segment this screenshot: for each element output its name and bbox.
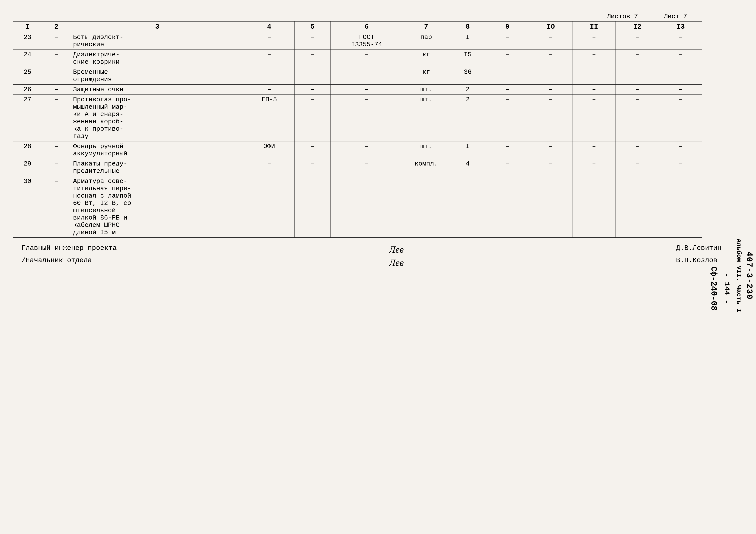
cell-5-7: I [450, 141, 486, 159]
cell-7-2: Арматура осве-тительная пере-носная с ла… [71, 176, 244, 238]
cell-3-10: – [572, 85, 615, 95]
cell-1-4: – [294, 50, 331, 67]
cell-7-9 [529, 176, 572, 238]
page: Листов 7 Лист 7 I 2 3 4 5 6 7 8 9 IO II … [0, 0, 756, 534]
cell-6-5: – [331, 159, 403, 176]
cell-4-0: 27 [13, 95, 42, 141]
cell-1-6: кг [403, 50, 450, 67]
col-header-5: 5 [294, 21, 331, 32]
cell-0-11: – [615, 32, 659, 50]
cell-2-3: – [244, 67, 294, 85]
col-header-2: 2 [42, 21, 71, 32]
cell-2-5: – [331, 67, 403, 85]
cell-7-5 [331, 176, 403, 238]
cell-1-3: – [244, 50, 294, 67]
cell-6-7: 4 [450, 159, 486, 176]
cell-5-2: Фонарь ручнойаккумуляторный [71, 141, 244, 159]
cell-2-4: – [294, 67, 331, 85]
cell-3-6: шт. [403, 85, 450, 95]
cell-4-3: ГП-5 [244, 95, 294, 141]
cell-2-8: – [486, 67, 529, 85]
cell-7-10 [572, 176, 615, 238]
side-labels: 407-3-230 Альбом VII. Часть I - 144 - Сф… [709, 0, 754, 534]
cell-5-11: – [615, 141, 659, 159]
cell-1-5: – [331, 50, 403, 67]
cell-3-1: – [42, 85, 71, 95]
cell-0-10: – [572, 32, 615, 50]
table-row: 29–Плакаты преду-предительные–––компл.4–… [13, 159, 702, 176]
cell-2-6: кг [403, 67, 450, 85]
album-code: 407-3-230 [744, 252, 754, 300]
cell-5-8: – [486, 141, 529, 159]
cell-3-9: – [529, 85, 572, 95]
col-header-3: 3 [71, 21, 244, 32]
col-header-1: I [13, 21, 42, 32]
sig-script2: Лев [389, 257, 404, 268]
cell-6-12: – [659, 159, 702, 176]
cell-1-9: – [529, 50, 572, 67]
cell-0-6: пар [403, 32, 450, 50]
main-table: I 2 3 4 5 6 7 8 9 IO II I2 I3 23–Боты ди… [13, 21, 702, 238]
cell-6-11: – [615, 159, 659, 176]
cell-4-11: – [615, 95, 659, 141]
sig-title2: /Начальник отдела [21, 256, 117, 264]
signature-row: Главный инженер проекта /Начальник отдел… [13, 244, 730, 268]
cell-2-0: 25 [13, 67, 42, 85]
cell-5-12: – [659, 141, 702, 159]
cell-1-2: Диэлектриче-ские коврики [71, 50, 244, 67]
cell-5-3: ЭФИ [244, 141, 294, 159]
table-row: 27–Противогаз про-мышленный мар-ки А и с… [13, 95, 702, 141]
cell-1-7: I5 [450, 50, 486, 67]
cell-3-12: – [659, 85, 702, 95]
col-header-10: IO [529, 21, 572, 32]
cell-3-5: – [331, 85, 403, 95]
cell-3-7: 2 [450, 85, 486, 95]
cell-7-4 [294, 176, 331, 238]
cell-4-2: Противогаз про-мышленный мар-ки А и снар… [71, 95, 244, 141]
cell-0-9: – [529, 32, 572, 50]
cell-2-12: – [659, 67, 702, 85]
cell-3-2: Защитные очки [71, 85, 244, 95]
cell-7-11 [615, 176, 659, 238]
table-row: 25–Временныеограждения–––кг36––––– [13, 67, 702, 85]
cell-0-5: ГОСТI3355-74 [331, 32, 403, 50]
col-header-4: 4 [244, 21, 294, 32]
cell-3-0: 26 [13, 85, 42, 95]
cell-7-6 [403, 176, 450, 238]
cell-0-2: Боты диэлект-рические [71, 32, 244, 50]
cell-5-10: – [572, 141, 615, 159]
cell-4-9: – [529, 95, 572, 141]
cell-1-12: – [659, 50, 702, 67]
cell-4-10: – [572, 95, 615, 141]
sig-left: Главный инженер проекта /Начальник отдел… [21, 244, 117, 268]
cell-0-12: – [659, 32, 702, 50]
cell-7-8 [486, 176, 529, 238]
cell-3-3: – [244, 85, 294, 95]
cell-2-9: – [529, 67, 572, 85]
cell-2-11: – [615, 67, 659, 85]
cell-4-7: 2 [450, 95, 486, 141]
cell-2-1: – [42, 67, 71, 85]
table-body: 23–Боты диэлект-рические––ГОСТI3355-74па… [13, 32, 702, 238]
листов-row: Листов 7 Лист 7 [13, 13, 730, 20]
cell-6-10: – [572, 159, 615, 176]
cell-0-7: I [450, 32, 486, 50]
cell-7-12 [659, 176, 702, 238]
sig-script1: Лев [389, 244, 404, 255]
cell-4-1: – [42, 95, 71, 141]
cell-6-1: – [42, 159, 71, 176]
cell-4-5: – [331, 95, 403, 141]
col-header-8: 8 [450, 21, 486, 32]
table-row: 24–Диэлектриче-ские коврики–––кгI5––––– [13, 50, 702, 67]
table-row: 26–Защитные очки–––шт.2––––– [13, 85, 702, 95]
листов-label: Листов 7 [607, 13, 638, 20]
cell-6-4: – [294, 159, 331, 176]
cell-4-8: – [486, 95, 529, 141]
cell-1-10: – [572, 50, 615, 67]
col-header-7: 7 [403, 21, 450, 32]
лист-label: Лист 7 [664, 13, 687, 20]
cell-5-5: – [331, 141, 403, 159]
cell-4-6: шт. [403, 95, 450, 141]
col-header-13: I3 [659, 21, 702, 32]
cell-7-7 [450, 176, 486, 238]
